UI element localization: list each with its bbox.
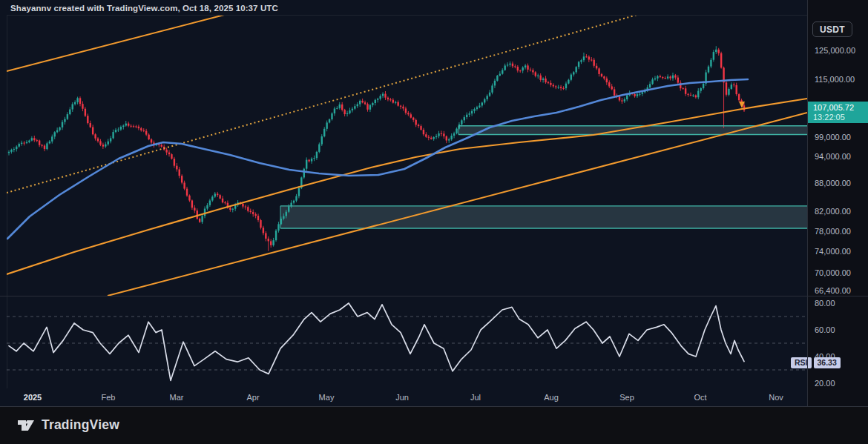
pane-divider[interactable]	[0, 296, 868, 296]
time-tick-label: May	[319, 392, 335, 402]
last-price-badge: 107,005.72 13:22:05	[808, 102, 868, 123]
time-tick-label: Aug	[544, 392, 559, 402]
footer-divider	[0, 406, 868, 407]
rsi-tick-label: 20.00	[815, 378, 835, 388]
price-tick-label: 94,000.00	[815, 151, 851, 162]
rsi-pane[interactable]	[7, 303, 807, 380]
price-chart-canvas[interactable]	[0, 0, 868, 444]
axis-divider	[807, 0, 808, 406]
rsi-label: RSI	[791, 357, 812, 368]
demand-zone[interactable]	[280, 206, 807, 228]
tradingview-chart-window: Shayannv created with TradingView.com, O…	[0, 0, 868, 444]
price-tick-label: 88,000.00	[815, 178, 851, 188]
tradingview-logo-text: TradingView	[42, 417, 119, 433]
price-tick-label: 78,000.00	[815, 226, 851, 236]
time-tick-label: Apr	[246, 392, 259, 402]
last-price-value: 107,005.72	[813, 103, 868, 113]
price-tick-label: 70,000.00	[815, 268, 851, 278]
time-tick-label: 2025	[24, 392, 42, 402]
time-tick-label: Jun	[395, 392, 409, 402]
rsi-tick-label: 80.00	[815, 298, 835, 308]
price-tick-label: 99,000.00	[815, 132, 851, 142]
attribution-text: Shayannv created with TradingView.com, O…	[10, 4, 278, 13]
time-tick-label: Jul	[470, 392, 481, 402]
time-tick-label: Sep	[619, 392, 634, 402]
trendline-lower-channel[interactable]	[108, 113, 807, 296]
trendline-mid-channel-dotted[interactable]	[7, 10, 653, 193]
quote-currency-badge[interactable]: USDT	[812, 21, 852, 37]
time-tick-label: Feb	[102, 392, 116, 402]
quote-currency-label: USDT	[820, 24, 845, 35]
price-tick-label: 125,000.00	[815, 45, 855, 56]
price-tick-label: 74,000.00	[815, 246, 851, 256]
candle-countdown: 13:22:05	[813, 113, 868, 122]
time-tick-label: Mar	[170, 392, 184, 402]
time-tick-label: Nov	[769, 392, 783, 402]
rsi-value-badge: RSI 36.33	[791, 357, 841, 368]
tradingview-logo[interactable]: TradingView	[16, 415, 119, 434]
tradingview-logo-icon	[16, 415, 36, 434]
time-tick-label: Oct	[694, 392, 706, 402]
rsi-line[interactable]	[9, 303, 744, 380]
price-tick-label: 115,000.00	[815, 74, 855, 85]
price-tick-label: 66,400.00	[815, 285, 851, 296]
trendline-upper-channel[interactable]	[7, 13, 230, 71]
price-tick-label: 82,000.00	[815, 206, 851, 216]
price-pane[interactable]	[7, 10, 807, 296]
rsi-value: 36.33	[814, 357, 841, 368]
rsi-tick-label: 60.00	[815, 325, 835, 335]
